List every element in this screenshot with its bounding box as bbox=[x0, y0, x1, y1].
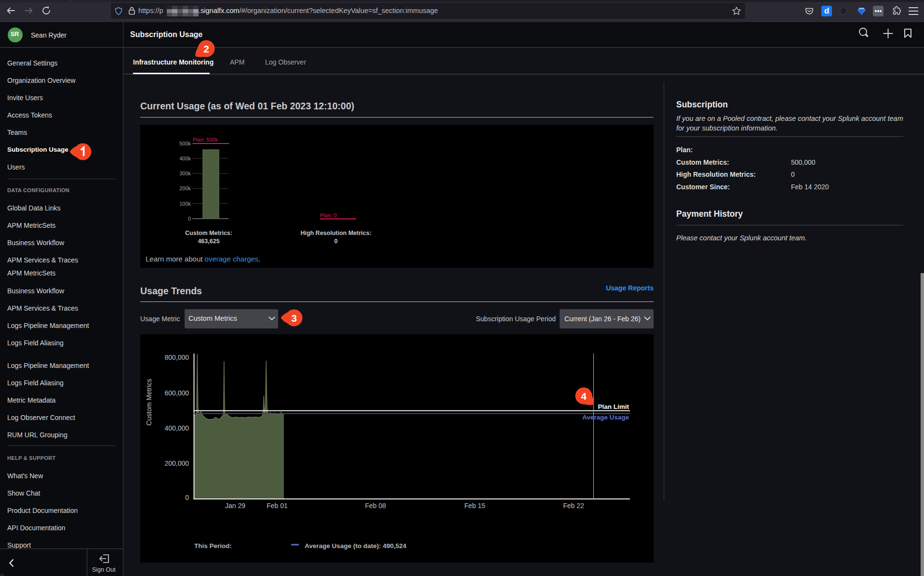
svg-text:Average Usage: Average Usage bbox=[582, 414, 629, 421]
svg-text:400,000: 400,000 bbox=[164, 424, 189, 432]
svg-text:Feb 22: Feb 22 bbox=[563, 502, 584, 510]
svg-text:4: 4 bbox=[581, 390, 587, 401]
svg-text:500k: 500k bbox=[179, 141, 191, 146]
svg-text:Custom Metrics: Custom Metrics bbox=[145, 379, 153, 425]
svg-text:600,000: 600,000 bbox=[164, 389, 189, 397]
svg-text:Feb 15: Feb 15 bbox=[464, 502, 485, 510]
svg-text:800,000: 800,000 bbox=[164, 353, 189, 361]
svg-text:Average Usage (to date): 490,5: Average Usage (to date): 490,524 bbox=[305, 542, 407, 550]
svg-text:200,000: 200,000 bbox=[164, 459, 189, 467]
svg-text:This Period:: This Period: bbox=[194, 542, 232, 550]
svg-text:400k: 400k bbox=[179, 156, 191, 161]
svg-text:Plan: 0: Plan: 0 bbox=[320, 212, 336, 218]
svg-text:Custom Metrics:: Custom Metrics: bbox=[185, 230, 232, 236]
svg-text:Learn more about overage charg: Learn more about overage charges. bbox=[146, 255, 261, 263]
svg-text:Feb 01: Feb 01 bbox=[267, 502, 288, 510]
svg-text:0: 0 bbox=[188, 216, 191, 222]
svg-text:Plan: 500k: Plan: 500k bbox=[193, 137, 218, 143]
svg-text:0: 0 bbox=[185, 494, 189, 501]
svg-text:3: 3 bbox=[291, 312, 297, 323]
svg-text:463,625: 463,625 bbox=[198, 238, 219, 245]
svg-text:2: 2 bbox=[203, 43, 209, 54]
svg-text:300k: 300k bbox=[179, 170, 191, 176]
svg-text:200k: 200k bbox=[179, 185, 191, 191]
svg-text:0: 0 bbox=[335, 238, 338, 245]
svg-text:Plan Limit: Plan Limit bbox=[598, 403, 629, 410]
svg-text:Feb 08: Feb 08 bbox=[365, 502, 386, 510]
svg-text:High Resolution Metrics:: High Resolution Metrics: bbox=[300, 230, 371, 236]
svg-text:100k: 100k bbox=[179, 201, 191, 207]
svg-text:Jan 29: Jan 29 bbox=[225, 502, 245, 510]
